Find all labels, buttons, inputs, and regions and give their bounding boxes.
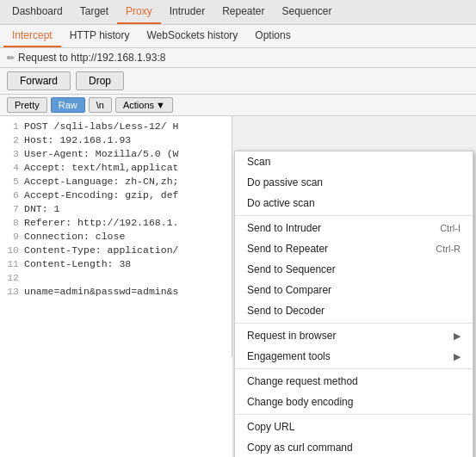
menu-item-label: Change request method bbox=[247, 375, 358, 387]
drop-button[interactable]: Drop bbox=[76, 71, 124, 90]
menu-item-label: Send to Decoder bbox=[247, 305, 325, 317]
forward-button[interactable]: Forward bbox=[7, 71, 71, 90]
line-number: 1 bbox=[3, 120, 19, 133]
line-text: Connection: close bbox=[24, 230, 125, 244]
menu-item-label: Do passive scan bbox=[247, 176, 323, 188]
line-number: 10 bbox=[3, 244, 19, 257]
url-text: Request to http://192.168.1.93:8 bbox=[18, 52, 165, 64]
code-line: 2Host: 192.168.1.93 bbox=[0, 133, 232, 147]
button-row: Forward Drop bbox=[0, 68, 476, 95]
line-number: 8 bbox=[3, 216, 19, 230]
top-nav-bar: Dashboard Target Proxy Intruder Repeater… bbox=[0, 0, 476, 25]
code-line: 7DNT: 1 bbox=[0, 202, 232, 216]
code-pane: 1POST /sqli-labs/Less-12/ H2Host: 192.16… bbox=[0, 116, 232, 457]
submenu-arrow-icon: ▶ bbox=[454, 330, 461, 342]
format-bar: Pretty Raw \n Actions ▼ bbox=[0, 95, 476, 116]
line-number: 13 bbox=[3, 285, 19, 299]
line-number: 9 bbox=[3, 230, 19, 244]
menu-item-engagement-tools[interactable]: Engagement tools▶ bbox=[235, 346, 473, 367]
actions-button[interactable]: Actions ▼ bbox=[115, 97, 173, 113]
nav-intruder[interactable]: Intruder bbox=[161, 0, 213, 24]
code-line: 3User-Agent: Mozilla/5.0 (W bbox=[0, 147, 232, 161]
nav-sequencer[interactable]: Sequencer bbox=[274, 0, 341, 24]
menu-item-scan[interactable]: Scan bbox=[235, 151, 473, 172]
menu-item-label: Copy URL bbox=[247, 421, 294, 433]
menu-item-label: Change body encoding bbox=[247, 396, 353, 408]
menu-item-send-to-decoder[interactable]: Send to Decoder bbox=[235, 300, 473, 321]
menu-item-send-to-comparer[interactable]: Send to Comparer bbox=[235, 280, 473, 300]
line-text: DNT: 1 bbox=[24, 202, 59, 216]
line-text: Accept: text/html,applicat bbox=[24, 161, 178, 175]
line-text: Referer: http://192.168.1. bbox=[24, 216, 178, 230]
code-line: 13uname=admin&passwd=admin&s bbox=[0, 285, 232, 299]
menu-item-copy-as-curl-command[interactable]: Copy as curl command bbox=[235, 437, 473, 457]
menu-item-label: Engagement tools bbox=[247, 350, 331, 362]
line-text: Host: 192.168.1.93 bbox=[24, 133, 131, 147]
menu-item-label: Copy as curl command bbox=[247, 442, 353, 454]
nav-dashboard[interactable]: Dashboard bbox=[3, 0, 71, 24]
code-line: 4Accept: text/html,applicat bbox=[0, 161, 232, 175]
line-number: 6 bbox=[3, 188, 19, 202]
line-text: User-Agent: Mozilla/5.0 (W bbox=[24, 147, 178, 161]
code-line: 10Content-Type: application/ bbox=[0, 244, 232, 257]
line-text: Accept-Encoding: gzip, def bbox=[24, 188, 178, 202]
line-text: Content-Length: 38 bbox=[24, 257, 131, 271]
code-line: 6Accept-Encoding: gzip, def bbox=[0, 188, 232, 202]
menu-divider bbox=[235, 323, 473, 324]
actions-label: Actions bbox=[123, 100, 154, 110]
menu-item-label: Do active scan bbox=[247, 197, 315, 209]
menu-item-label: Request in browser bbox=[247, 330, 336, 342]
menu-item-do-passive-scan[interactable]: Do passive scan bbox=[235, 172, 473, 193]
line-number: 3 bbox=[3, 147, 19, 161]
menu-item-label: Scan bbox=[247, 156, 270, 168]
line-number: 7 bbox=[3, 202, 19, 216]
code-line: 9Connection: close bbox=[0, 230, 232, 244]
code-line: 12 bbox=[0, 271, 232, 285]
nav-target[interactable]: Target bbox=[71, 0, 117, 24]
line-number: 12 bbox=[3, 271, 19, 285]
menu-item-label: Send to Comparer bbox=[247, 284, 331, 296]
tab-options[interactable]: Options bbox=[246, 25, 299, 47]
menu-item-change-request-method[interactable]: Change request method bbox=[235, 371, 473, 392]
menu-item-send-to-sequencer[interactable]: Send to Sequencer bbox=[235, 259, 473, 280]
submenu-arrow-icon: ▶ bbox=[454, 351, 461, 362]
code-line: 11Content-Length: 38 bbox=[0, 257, 232, 271]
code-line: 8Referer: http://192.168.1. bbox=[0, 216, 232, 230]
menu-item-request-in-browser[interactable]: Request in browser▶ bbox=[235, 325, 473, 346]
tab-websockets-history[interactable]: WebSockets history bbox=[139, 25, 247, 47]
tab-http-history[interactable]: HTTP history bbox=[61, 25, 139, 47]
request-code[interactable]: 1POST /sqli-labs/Less-12/ H2Host: 192.16… bbox=[0, 116, 232, 357]
menu-item-label: Send to Intruder bbox=[247, 222, 321, 234]
nav-proxy[interactable]: Proxy bbox=[117, 0, 161, 24]
code-line: 5Accept-Language: zh-CN,zh; bbox=[0, 175, 232, 188]
menu-item-send-to-intruder[interactable]: Send to IntruderCtrl-I bbox=[235, 218, 473, 238]
menu-divider bbox=[235, 215, 473, 216]
tab-intercept[interactable]: Intercept bbox=[3, 25, 61, 47]
context-menu: ScanDo passive scanDo active scanSend to… bbox=[234, 151, 473, 457]
n-button[interactable]: \n bbox=[89, 97, 112, 113]
menu-item-copy-url[interactable]: Copy URL bbox=[235, 417, 473, 437]
menu-divider bbox=[235, 368, 473, 369]
menu-item-send-to-repeater[interactable]: Send to RepeaterCtrl-R bbox=[235, 238, 473, 259]
nav-repeater[interactable]: Repeater bbox=[213, 0, 273, 24]
code-line: 1POST /sqli-labs/Less-12/ H bbox=[0, 120, 232, 133]
line-text: POST /sqli-labs/Less-12/ H bbox=[24, 120, 178, 133]
line-number: 5 bbox=[3, 175, 19, 188]
menu-item-change-body-encoding[interactable]: Change body encoding bbox=[235, 392, 473, 412]
menu-item-label: Send to Repeater bbox=[247, 243, 328, 255]
menu-item-shortcut: Ctrl-I bbox=[440, 223, 461, 233]
line-text: uname=admin&passwd=admin&s bbox=[24, 285, 178, 299]
menu-divider bbox=[235, 414, 473, 415]
menu-item-shortcut: Ctrl-R bbox=[436, 244, 461, 254]
line-text: Content-Type: application/ bbox=[24, 244, 178, 257]
line-number: 2 bbox=[3, 133, 19, 147]
pretty-button[interactable]: Pretty bbox=[7, 97, 47, 113]
actions-dropdown-icon: ▼ bbox=[156, 100, 165, 110]
main-content: 1POST /sqli-labs/Less-12/ H2Host: 192.16… bbox=[0, 116, 476, 457]
raw-button[interactable]: Raw bbox=[51, 97, 85, 113]
url-bar: ✏ Request to http://192.168.1.93:8 bbox=[0, 48, 476, 68]
menu-item-do-active-scan[interactable]: Do active scan bbox=[235, 193, 473, 213]
tab-bar: Intercept HTTP history WebSockets histor… bbox=[0, 25, 476, 48]
menu-item-label: Send to Sequencer bbox=[247, 263, 336, 275]
line-number: 11 bbox=[3, 257, 19, 271]
